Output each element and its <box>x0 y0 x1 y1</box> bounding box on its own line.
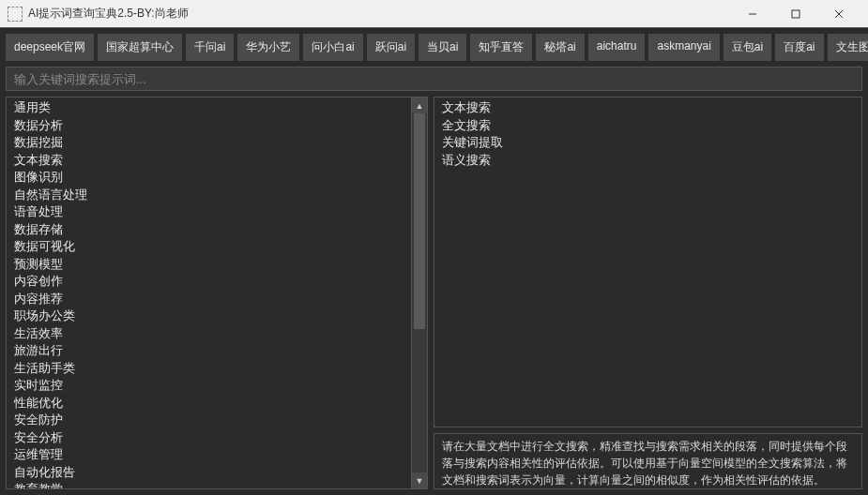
category-item[interactable]: 内容推荐 <box>7 291 427 308</box>
category-list: 通用类数据分析数据挖掘文本搜索图像识别自然语言处理语音处理数据存储数据可视化预测… <box>7 98 427 488</box>
search-bar[interactable] <box>6 67 862 91</box>
scroll-thumb[interactable] <box>414 113 425 329</box>
category-item[interactable]: 旅游出行 <box>7 342 427 360</box>
category-item[interactable]: 自动化报告 <box>7 464 427 482</box>
minimize-button[interactable] <box>731 0 774 28</box>
sub-item-panel: 文本搜索全文搜索关键词提取语义搜索 <box>434 97 862 428</box>
category-item[interactable]: 生活助手类 <box>7 360 427 378</box>
tab-item[interactable]: 豆包ai <box>723 34 771 61</box>
scrollbar[interactable]: ▲ ▼ <box>411 98 427 488</box>
category-item[interactable]: 图像识别 <box>7 169 427 187</box>
detail-panel: 请在大量文档中进行全文搜索，精准查找与搜索需求相关的段落，同时提供每个段落与搜索… <box>434 433 862 489</box>
tab-item[interactable]: 跃问ai <box>367 34 415 61</box>
scroll-up-button[interactable]: ▲ <box>412 98 427 113</box>
category-item[interactable]: 数据分析 <box>7 117 427 135</box>
tab-item[interactable]: 千问ai <box>186 34 234 61</box>
tab-item[interactable]: 华为小艺 <box>237 34 299 61</box>
category-item[interactable]: 实时监控 <box>7 377 427 395</box>
close-button[interactable] <box>817 0 860 28</box>
tab-item[interactable]: askmanyai <box>648 34 719 61</box>
category-item[interactable]: 性能优化 <box>7 395 427 412</box>
category-item[interactable]: 通用类 <box>7 99 427 117</box>
sub-item-list: 文本搜索全文搜索关键词提取语义搜索 <box>434 98 861 171</box>
sub-item[interactable]: 关键词提取 <box>434 134 861 152</box>
tab-item[interactable]: deepseek官网 <box>6 34 94 61</box>
tab-item[interactable]: 知乎直答 <box>470 34 532 61</box>
tab-item[interactable]: 国家超算中心 <box>98 34 182 61</box>
category-item[interactable]: 职场办公类 <box>7 308 427 325</box>
tab-item[interactable]: 当贝ai <box>419 34 466 61</box>
tab-item[interactable]: 问小白ai <box>303 34 362 61</box>
sub-item[interactable]: 全文搜索 <box>434 117 861 135</box>
maximize-button[interactable] <box>774 0 817 28</box>
search-input[interactable] <box>14 72 854 86</box>
category-item[interactable]: 教育教学 <box>7 481 427 488</box>
category-item[interactable]: 预测模型 <box>7 256 427 274</box>
category-item[interactable]: 语音处理 <box>7 203 427 221</box>
app-icon <box>8 7 23 22</box>
category-item[interactable]: 生活效率 <box>7 325 427 343</box>
detail-text: 请在大量文档中进行全文搜索，精准查找与搜索需求相关的段落，同时提供每个段落与搜索… <box>442 440 847 487</box>
category-item[interactable]: 数据可视化 <box>7 238 427 256</box>
category-item[interactable]: 数据存储 <box>7 221 427 239</box>
tab-item[interactable]: 文生图 <box>828 34 868 61</box>
category-item[interactable]: 文本搜索 <box>7 152 427 170</box>
window-title: AI提示词查询宝典2.5-BY:尚老师 <box>28 6 189 22</box>
category-item[interactable]: 运维管理 <box>7 446 427 464</box>
sub-item[interactable]: 语义搜索 <box>434 152 861 170</box>
scroll-down-button[interactable]: ▼ <box>412 472 427 488</box>
tab-item[interactable]: 秘塔ai <box>536 34 584 61</box>
category-item[interactable]: 自然语言处理 <box>7 187 427 204</box>
category-item[interactable]: 安全分析 <box>7 429 427 447</box>
sub-item[interactable]: 文本搜索 <box>434 99 861 117</box>
category-item[interactable]: 安全防护 <box>7 412 427 429</box>
tab-item[interactable]: 百度ai <box>775 34 823 61</box>
category-item[interactable]: 数据挖掘 <box>7 134 427 152</box>
scroll-track[interactable] <box>412 113 427 472</box>
category-panel: 通用类数据分析数据挖掘文本搜索图像识别自然语言处理语音处理数据存储数据可视化预测… <box>6 97 428 489</box>
tab-item[interactable]: aichatru <box>588 34 646 61</box>
svg-rect-1 <box>792 10 799 18</box>
tab-bar: deepseek官网国家超算中心千问ai华为小艺问小白ai跃问ai当贝ai知乎直… <box>0 28 868 65</box>
title-bar: AI提示词查询宝典2.5-BY:尚老师 <box>0 0 868 28</box>
category-item[interactable]: 内容创作 <box>7 273 427 291</box>
